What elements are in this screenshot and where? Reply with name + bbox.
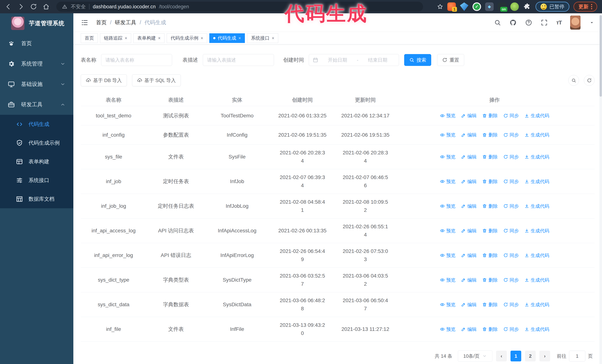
- action-预览[interactable]: 预览: [440, 326, 455, 332]
- action-同步[interactable]: 同步: [503, 113, 519, 119]
- tab-close-icon[interactable]: ×: [125, 36, 127, 40]
- browser-back-icon[interactable]: [5, 3, 12, 10]
- action-生成代码[interactable]: 生成代码: [524, 178, 549, 185]
- action-预览[interactable]: 预览: [440, 228, 455, 234]
- action-编辑[interactable]: 编辑: [461, 277, 477, 283]
- breadcrumb-item[interactable]: 首页: [96, 19, 107, 26]
- action-预览[interactable]: 预览: [440, 154, 455, 160]
- scrollbar-track[interactable]: [599, 13, 602, 364]
- extension-check-icon[interactable]: ✓: [473, 2, 481, 11]
- start-date-placeholder[interactable]: 开始日期: [320, 57, 355, 63]
- extension-orange-icon[interactable]: 1: [447, 2, 456, 11]
- action-删除[interactable]: 删除: [482, 154, 498, 160]
- tab-close-icon[interactable]: ×: [238, 36, 241, 40]
- scrollbar-thumb[interactable]: [600, 15, 602, 97]
- action-同步[interactable]: 同步: [503, 302, 519, 308]
- tab-close-icon[interactable]: ×: [272, 36, 274, 40]
- sidebar-toggle-icon[interactable]: [81, 19, 88, 26]
- sidebar-item-系统管理[interactable]: 系统管理: [0, 54, 73, 74]
- end-date-placeholder[interactable]: 结束日期: [360, 57, 395, 63]
- search-button[interactable]: 搜索: [404, 54, 431, 66]
- page-button-2[interactable]: 2: [525, 351, 536, 361]
- browser-reload-icon[interactable]: [30, 3, 37, 10]
- header-search-icon[interactable]: [494, 19, 501, 26]
- tab-表单构建[interactable]: 表单构建×: [133, 33, 164, 43]
- extension-bot-icon[interactable]: [510, 2, 519, 11]
- import-db-button[interactable]: 基于 DB 导入: [81, 74, 127, 86]
- action-预览[interactable]: 预览: [440, 132, 455, 138]
- action-生成代码[interactable]: 生成代码: [524, 277, 549, 283]
- avatar-caret-down-icon[interactable]: [589, 20, 595, 25]
- submenu-item-代码生成[interactable]: 代码生成: [0, 115, 73, 134]
- date-range-picker[interactable]: 开始日期 - 结束日期: [309, 54, 399, 66]
- action-编辑[interactable]: 编辑: [461, 203, 477, 209]
- action-删除[interactable]: 删除: [482, 302, 498, 308]
- extension-dark-icon[interactable]: on: [498, 2, 506, 11]
- help-icon[interactable]: [525, 19, 532, 26]
- breadcrumb-item[interactable]: 研发工具: [115, 19, 136, 26]
- font-size-icon[interactable]: тT: [556, 20, 562, 26]
- tab-链路追踪[interactable]: 链路追踪×: [100, 33, 131, 43]
- profile-paused-badge[interactable]: 已暂停: [536, 2, 570, 12]
- table-desc-input[interactable]: [203, 54, 274, 66]
- action-预览[interactable]: 预览: [440, 203, 455, 209]
- submenu-item-系统接口[interactable]: 系统接口: [0, 171, 73, 190]
- action-编辑[interactable]: 编辑: [461, 302, 477, 308]
- browser-forward-icon[interactable]: [17, 3, 24, 10]
- action-预览[interactable]: 预览: [440, 302, 455, 308]
- action-编辑[interactable]: 编辑: [461, 326, 477, 332]
- sidebar-item-首页[interactable]: 首页: [0, 33, 73, 54]
- github-icon[interactable]: [510, 19, 516, 26]
- next-page-button[interactable]: ›: [539, 351, 550, 361]
- page-size-select[interactable]: 10条/页: [458, 351, 492, 362]
- page-button-1[interactable]: 1: [510, 351, 521, 361]
- action-预览[interactable]: 预览: [440, 113, 455, 119]
- action-编辑[interactable]: 编辑: [461, 113, 477, 119]
- toggle-search-button[interactable]: [568, 75, 579, 86]
- browser-home-icon[interactable]: [43, 3, 50, 10]
- action-同步[interactable]: 同步: [503, 132, 519, 138]
- sidebar-item-基础设施[interactable]: 基础设施: [0, 74, 73, 94]
- action-预览[interactable]: 预览: [440, 178, 455, 185]
- action-删除[interactable]: 删除: [482, 113, 498, 119]
- action-删除[interactable]: 删除: [482, 203, 498, 209]
- action-预览[interactable]: 预览: [440, 252, 455, 259]
- user-avatar[interactable]: [570, 16, 580, 30]
- tab-代码生成[interactable]: 代码生成×: [209, 33, 245, 43]
- action-预览[interactable]: 预览: [440, 277, 455, 283]
- action-同步[interactable]: 同步: [503, 326, 519, 332]
- action-生成代码[interactable]: 生成代码: [524, 132, 549, 138]
- app-logo-row[interactable]: 芋道管理系统: [0, 13, 73, 33]
- action-生成代码[interactable]: 生成代码: [524, 154, 549, 160]
- browser-update-button[interactable]: 更新: [573, 2, 597, 12]
- tab-系统接口[interactable]: 系统接口×: [247, 33, 278, 43]
- extension-grid-icon[interactable]: ◆: [485, 2, 494, 11]
- refresh-table-button[interactable]: [584, 75, 595, 86]
- action-删除[interactable]: 删除: [482, 252, 498, 259]
- action-同步[interactable]: 同步: [503, 203, 519, 209]
- tab-close-icon[interactable]: ×: [158, 36, 161, 40]
- action-编辑[interactable]: 编辑: [461, 178, 477, 185]
- extension-gem-icon[interactable]: [460, 2, 468, 11]
- import-sql-button[interactable]: 基于 SQL 导入: [132, 74, 181, 86]
- action-编辑[interactable]: 编辑: [461, 228, 477, 234]
- sidebar-item-研发工具[interactable]: 研发工具: [0, 94, 73, 115]
- address-bar[interactable]: 不安全 dashboard.yudao.iocoder.cn/tool/code…: [56, 2, 423, 12]
- action-生成代码[interactable]: 生成代码: [524, 302, 549, 308]
- action-同步[interactable]: 同步: [503, 154, 519, 160]
- action-删除[interactable]: 删除: [482, 326, 498, 332]
- action-生成代码[interactable]: 生成代码: [524, 113, 549, 119]
- action-删除[interactable]: 删除: [482, 178, 498, 185]
- action-同步[interactable]: 同步: [503, 277, 519, 283]
- action-生成代码[interactable]: 生成代码: [524, 252, 549, 259]
- tab-首页[interactable]: 首页: [81, 33, 98, 43]
- goto-page-input[interactable]: [569, 351, 585, 361]
- submenu-item-代码生成示例[interactable]: 代码生成示例: [0, 134, 73, 152]
- action-同步[interactable]: 同步: [503, 252, 519, 259]
- fullscreen-icon[interactable]: [541, 19, 548, 26]
- action-删除[interactable]: 删除: [482, 277, 498, 283]
- action-删除[interactable]: 删除: [482, 228, 498, 234]
- reset-button[interactable]: 重置: [437, 54, 464, 66]
- action-编辑[interactable]: 编辑: [461, 154, 477, 160]
- action-生成代码[interactable]: 生成代码: [524, 228, 549, 234]
